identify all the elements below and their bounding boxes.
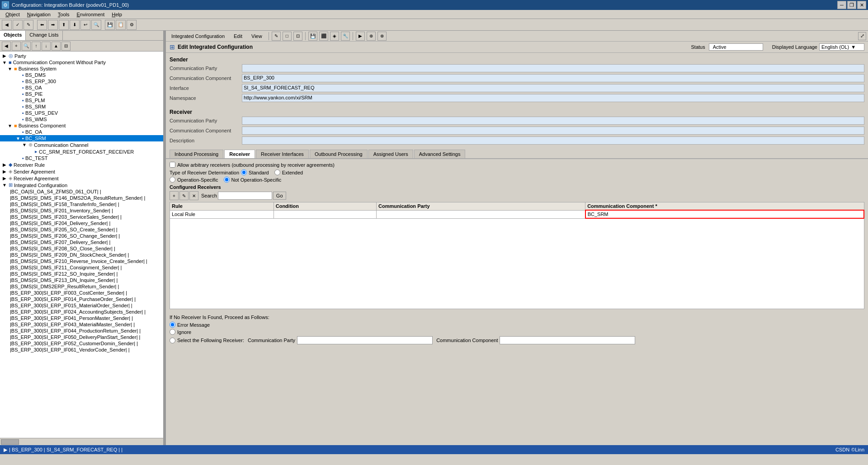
tree-item-bc-oa[interactable]: ▪ BC_OA [0,129,163,135]
menu-object[interactable]: Object [2,11,24,18]
menu-integrated-config[interactable]: Integrated Configuration [168,33,228,40]
tree-item-ic18[interactable]: |BS_ERP_300|SI_ERP_IF014_PurchaseOrder_S… [0,296,163,302]
toolbar-btn-12[interactable]: ⚙ [127,20,137,30]
tree-item-party[interactable]: ▶ ◎ Party [0,52,163,59]
tab-inbound[interactable]: Inbound Processing [170,150,223,158]
tree-item-ic5[interactable]: |BS_DMS|SI_DMS_IF203_ServiceSales_Sender… [0,214,163,220]
op-specific-radio[interactable] [170,177,175,183]
tab-receiver-interfaces[interactable]: Receiver Interfaces [256,150,309,158]
extended-radio[interactable] [274,169,280,175]
tree-item-bs-ups-dev[interactable]: ▪ BS_UPS_DEV [0,110,163,116]
menu-view[interactable]: View [248,33,266,40]
toolbar-btn-8[interactable]: ↩ [80,20,90,30]
toolbar-btn-2[interactable]: ✓ [13,20,23,30]
go-button[interactable]: Go [273,192,286,200]
tree-item-ic24[interactable]: |BS_ERP_300|SI_ERP_IF050_DeliveryPlanSta… [0,334,163,340]
toolbar-btn-9[interactable]: 🔍 [91,20,101,30]
right-toolbar-btn-2[interactable]: □ [283,32,292,41]
toolbar-btn-3[interactable]: ✎ [24,20,33,30]
toggle-bs[interactable]: ▼ [7,66,13,71]
select-following-radio[interactable] [170,338,175,343]
right-toolbar-btn-9[interactable]: ⊕ [367,32,376,41]
tree-item-ic22[interactable]: |BS_ERP_300|SI_ERP_IF043_MaterialMaster_… [0,321,163,328]
tree-item-ic13[interactable]: |BS_DMS|SI_DMS_IF211_Consignment_Sender|… [0,264,163,271]
tree-item-ic8[interactable]: |BS_DMS|SI_DMS_IF206_SO_Change_Sender| | [0,233,163,239]
menu-edit[interactable]: Edit [230,33,246,40]
panel-btn-1[interactable]: ◀ [2,42,11,51]
tree-item-ic3[interactable]: |BS_DMS|SI_DMS_IF158_TransferInfo_Sender… [0,201,163,207]
toolbar-btn-6[interactable]: ⬆ [59,20,69,30]
tab-outbound[interactable]: Outbound Processing [310,150,368,158]
tab-receiver[interactable]: Receiver [224,150,255,158]
panel-btn-4[interactable]: ↑ [32,42,41,51]
right-toolbar-btn-8[interactable]: ▶ [356,32,365,41]
tree-item-cc-srm[interactable]: ▸ CC_SRM_REST_FORECAST_RECEIVER [0,148,163,155]
right-toolbar-btn-1[interactable]: ✎ [272,32,281,41]
right-toolbar-btn-10[interactable]: ⊗ [377,32,387,41]
right-toolbar-btn-6[interactable]: ◈ [330,32,339,41]
toggle-bc-srm[interactable]: ▼ [15,136,21,141]
tab-objects[interactable]: Objects [0,31,26,40]
standard-radio[interactable] [241,169,247,175]
toggle-comm[interactable]: ▼ [2,60,7,65]
restore-btn[interactable]: ❐ [847,1,856,9]
tree-item-bs-wms[interactable]: ▪ BS_WMS [0,116,163,122]
select-comm-party-input[interactable] [297,336,433,344]
toggle-party[interactable]: ▶ [2,53,7,58]
sender-namespace-field[interactable]: http://www.yankon.com/xi/SRM [242,94,864,102]
tree-item-ic19[interactable]: |BS_ERP_300|SI_ERP_IF015_MaterialOrder_S… [0,302,163,309]
tree-item-integrated-config[interactable]: ▼ ⊞ Integrated Configuration [0,182,163,188]
tree-item-ic21[interactable]: |BS_ERP_300|SI_ERP_IF041_PersonMaster_Se… [0,315,163,321]
tree-item-receiver-rule[interactable]: ▶ ◆ Receiver Rule [0,161,163,168]
tab-change-lists[interactable]: Change Lists [26,31,62,40]
tree-item-ic17[interactable]: |BS_ERP_300|SI_ERP_IF003_CostCenter_Send… [0,290,163,296]
tree-item-ic7[interactable]: |BS_DMS|SI_DMS_IF205_SO_Create_Sender| | [0,226,163,233]
not-op-specific-radio[interactable] [224,177,230,183]
tree-item-bs-srm[interactable]: ▪ BS_SRM [0,103,163,110]
right-toolbar-btn-5[interactable]: ⬛ [319,32,328,41]
tree-item-ic14[interactable]: |BS_DMS|SI_DMS_IF212_SO_Inquire_Sender| … [0,271,163,277]
tree-item-bs-erp-300[interactable]: ▪ BS_ERP_300 [0,78,163,85]
tree-item-ic10[interactable]: |BS_DMS|SI_DMS_IF208_SO_Close_Sender| | [0,245,163,252]
toggle-ic[interactable]: ▼ [2,183,7,188]
tree-item-bs-pie[interactable]: ▪ BS_PIE [0,91,163,97]
right-toolbar-btn-3[interactable]: ⊡ [293,32,302,41]
tree-item-ic6[interactable]: |BS_DMS|SI_DMS_IF204_Delivery_Sender| | [0,220,163,226]
cr-btn-1[interactable]: + [170,191,179,200]
tree-item-bs-oa[interactable]: ▪ BS_OA [0,85,163,91]
tree-item-ic9[interactable]: |BS_DMS|SI_DMS_IF207_Delivery_Sender| | [0,239,163,245]
tree-item-ic2[interactable]: |BS_DMS|SI_DMS_IF146_DMS2OA_ResultReturn… [0,195,163,201]
tree-item-ic12[interactable]: |BS_DMS|SI_DMS_IF210_Reverse_Invoice_Cre… [0,258,163,264]
toolbar-btn-11[interactable]: 📋 [116,20,126,30]
right-toolbar-btn-7[interactable]: 🔧 [341,32,350,41]
tree-item-ic1[interactable]: |BC_OA|SI_OA_S4_ZFMSD_061_OUT| | [0,188,163,195]
sender-interface-field[interactable]: SI_S4_SRM_FORECAST_REQ [242,84,864,92]
search-input[interactable] [218,192,272,200]
panel-btn-5[interactable]: ↓ [42,42,51,51]
panel-btn-3[interactable]: 🔍 [22,42,31,51]
select-comm-component-input[interactable] [500,336,635,344]
tree-item-business-system[interactable]: ▼ ■ Business System [0,66,163,72]
tree-item-bs-plm[interactable]: ▪ BS_PLM [0,97,163,103]
menu-environment[interactable]: Environment [73,11,108,18]
tree-item-ic4[interactable]: |BS_DMS|SI_DMS_IF201_Inventory_Sender| | [0,207,163,214]
toolbar-btn-1[interactable]: ◀ [2,20,12,30]
cr-btn-2[interactable]: ✎ [179,191,189,200]
toolbar-btn-4[interactable]: ⬅ [37,20,47,30]
toolbar-btn-10[interactable]: 💾 [105,20,115,30]
tree-item-comm-no-party[interactable]: ▼ ■ Communication Component Without Part… [0,59,163,66]
tree-item-bc-test[interactable]: ▪ BC_TEST [0,155,163,161]
minimize-btn[interactable]: ─ [837,1,846,9]
toggle-comm-channel[interactable]: ▼ [22,142,27,147]
toolbar-btn-7[interactable]: ⬇ [70,20,80,30]
tree-item-bc-srm[interactable]: ▼ ▪ BC_SRM [0,135,163,141]
tree-item-ic26[interactable]: |BS_ERP_300|SI_ERP_IF061_VendorCode_Send… [0,347,163,353]
tree-item-ic15[interactable]: |BS_DMS|SI_DMS_IF213_DN_Inquire_Sender| … [0,277,163,283]
right-toolbar-btn-4[interactable]: 💾 [308,32,317,41]
close-btn[interactable]: ✕ [857,1,866,9]
tree-item-receiver-agreement[interactable]: ▶ ◈ Receiver Agreement [0,175,163,182]
sender-comm-party-field[interactable] [242,64,864,72]
toolbar-btn-5[interactable]: ➡ [48,20,58,30]
tree-item-bs-dms[interactable]: ▪ BS_DMS [0,72,163,78]
tree-item-ic23[interactable]: |BS_ERP_300|SI_ERP_IF044_ProductionRetur… [0,328,163,334]
